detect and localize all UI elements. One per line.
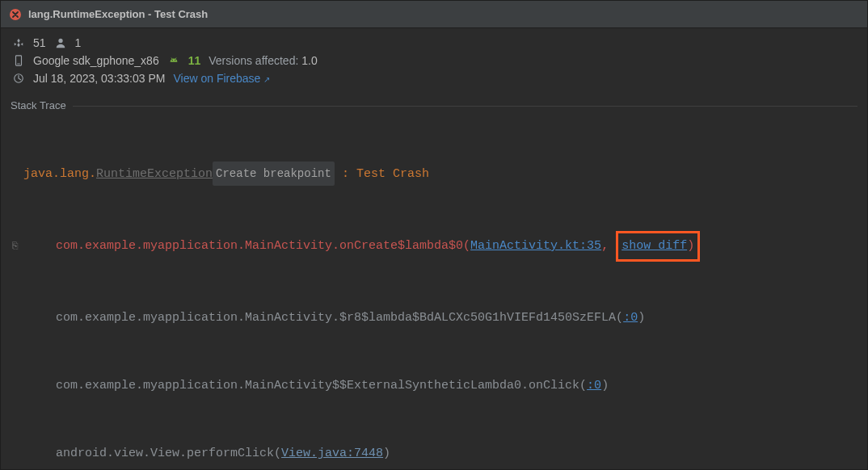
crash-timestamp: Jul 18, 2023, 03:33:03 PM <box>33 72 165 85</box>
external-link-icon: ↗ <box>263 75 270 84</box>
gutter-blank <box>6 443 23 465</box>
frame-3: android.view.View.performClick(View.java… <box>6 443 862 465</box>
svg-point-5 <box>175 60 175 61</box>
source-link[interactable]: MainActivity.kt:35 <box>470 235 601 258</box>
stack-trace-label: Stack Trace <box>1 94 867 113</box>
paren-close: ) <box>601 375 609 397</box>
frame-0: ⎘com.example.myapplication.MainActivity.… <box>6 231 862 262</box>
firebase-link-text: View on Firebase <box>173 72 260 85</box>
gutter-blank <box>6 307 23 329</box>
frame-text: com.example.myapplication.MainActivity.$… <box>56 307 623 329</box>
svg-line-7 <box>175 58 175 60</box>
user-count: 1 <box>75 36 82 49</box>
source-link[interactable]: :0 <box>587 375 601 397</box>
section-divider <box>73 106 857 107</box>
exception-message: Test Crash <box>356 163 429 186</box>
titlebar: lang.RuntimeException - Test Crash <box>1 1 867 28</box>
crash-count: 51 <box>33 36 46 49</box>
frame-2: com.example.myapplication.MainActivity$$… <box>6 375 862 397</box>
android-version: 11 <box>188 54 201 67</box>
svg-point-1 <box>58 39 62 43</box>
frame-1: com.example.myapplication.MainActivity.$… <box>6 307 862 329</box>
versions-affected-label: Versions affected: <box>209 54 298 67</box>
device-row: Google sdk_gphone_x86 11 Versions affect… <box>12 54 856 67</box>
exception-package: java.lang. <box>23 163 96 186</box>
show-diff-highlight: show diff) <box>616 231 700 262</box>
bug-icon <box>12 36 25 49</box>
timestamp-row: Jul 18, 2023, 03:33:03 PM View on Fireba… <box>12 72 856 85</box>
versions-affected-value: 1.0 <box>301 54 317 67</box>
gutter-icon[interactable]: ⎘ <box>6 235 23 258</box>
paren-close: ) <box>383 443 390 465</box>
source-link[interactable]: View.java:7448 <box>281 443 383 465</box>
create-breakpoint-button[interactable]: Create breakpoint <box>213 162 335 186</box>
gutter-blank <box>6 163 23 186</box>
source-link[interactable]: :0 <box>623 307 638 329</box>
counts-row: 51 1 <box>12 36 856 49</box>
device-name: Google sdk_gphone_x86 <box>33 54 159 67</box>
paren-close: ) <box>638 307 645 329</box>
frame-text: android.view.View.performClick( <box>56 443 281 465</box>
gutter-blank <box>6 375 23 397</box>
svg-rect-3 <box>17 64 20 65</box>
exception-class-link[interactable]: RuntimeException <box>96 163 213 186</box>
error-circle-icon <box>9 8 22 21</box>
exception-sep: : <box>335 163 356 186</box>
stack-trace: java.lang.RuntimeException Create breakp… <box>1 113 867 470</box>
frame-text: com.example.myapplication.MainActivity$$… <box>56 375 587 397</box>
frame-text: com.example.myapplication.MainActivity.o… <box>56 235 470 258</box>
comma: , <box>601 235 616 258</box>
svg-point-4 <box>171 60 172 61</box>
crash-meta: 51 1 Google sdk_gphone_x86 11 Versions a… <box>1 28 867 94</box>
user-icon <box>54 36 67 49</box>
window-title: lang.RuntimeException - Test Crash <box>28 8 208 20</box>
section-title: Stack Trace <box>11 99 66 111</box>
view-on-firebase-link[interactable]: View on Firebase↗ <box>173 72 270 85</box>
svg-line-6 <box>171 58 172 60</box>
android-icon <box>167 54 180 67</box>
paren-close: ) <box>687 239 694 253</box>
exception-line: java.lang.RuntimeException Create breakp… <box>6 162 862 186</box>
device-icon <box>12 54 25 67</box>
show-diff-link[interactable]: show diff <box>622 239 687 253</box>
clock-icon <box>12 72 25 85</box>
